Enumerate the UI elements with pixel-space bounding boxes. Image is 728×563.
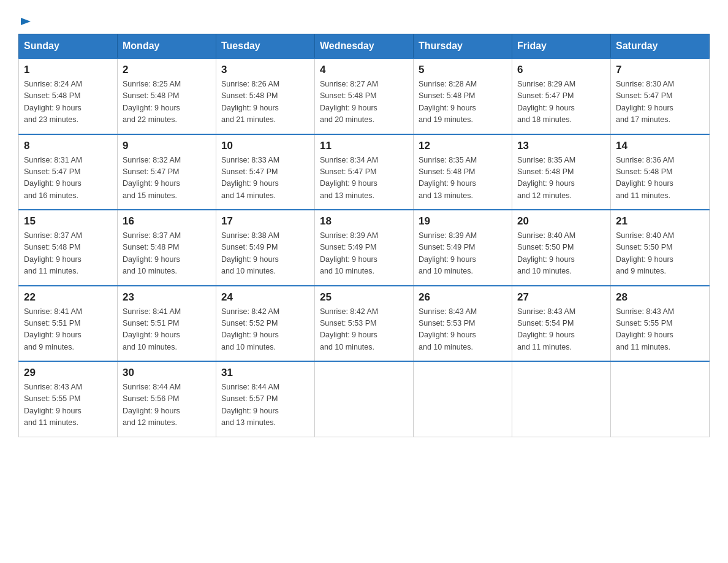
day-info: Sunrise: 8:39 AMSunset: 5:49 PMDaylight:… [320,230,408,278]
day-number: 18 [320,215,408,228]
day-info: Sunrise: 8:25 AMSunset: 5:48 PMDaylight:… [123,79,211,126]
day-number: 20 [517,215,605,228]
day-info: Sunrise: 8:43 AMSunset: 5:55 PMDaylight:… [24,381,112,429]
day-info: Sunrise: 8:37 AMSunset: 5:48 PMDaylight:… [123,230,211,278]
calendar-cell: 29Sunrise: 8:43 AMSunset: 5:55 PMDayligh… [19,361,118,437]
calendar-week-3: 15Sunrise: 8:37 AMSunset: 5:48 PMDayligh… [19,210,710,286]
calendar-cell: 25Sunrise: 8:42 AMSunset: 5:53 PMDayligh… [315,286,414,362]
day-number: 31 [221,367,309,379]
calendar-cell: 19Sunrise: 8:39 AMSunset: 5:49 PMDayligh… [414,210,512,286]
calendar-cell: 28Sunrise: 8:43 AMSunset: 5:55 PMDayligh… [611,286,710,362]
logo-arrow-icon [20,15,32,28]
calendar-cell: 6Sunrise: 8:29 AMSunset: 5:47 PMDaylight… [512,58,611,134]
calendar-cell: 9Sunrise: 8:32 AMSunset: 5:47 PMDaylight… [118,134,216,210]
day-number: 24 [221,291,309,304]
calendar-cell: 27Sunrise: 8:43 AMSunset: 5:54 PMDayligh… [512,286,611,362]
day-number: 1 [24,64,112,76]
col-header-saturday: Saturday [611,34,710,59]
day-info: Sunrise: 8:36 AMSunset: 5:48 PMDaylight:… [616,155,704,202]
calendar-cell: 21Sunrise: 8:40 AMSunset: 5:50 PMDayligh… [611,210,710,286]
day-info: Sunrise: 8:26 AMSunset: 5:48 PMDaylight:… [221,79,309,126]
calendar-cell: 4Sunrise: 8:27 AMSunset: 5:48 PMDaylight… [315,58,414,134]
calendar-cell: 5Sunrise: 8:28 AMSunset: 5:48 PMDaylight… [414,58,512,134]
day-number: 26 [419,291,507,304]
day-info: Sunrise: 8:35 AMSunset: 5:48 PMDaylight:… [419,155,507,202]
calendar-header-row: SundayMondayTuesdayWednesdayThursdayFrid… [19,34,710,59]
calendar-week-4: 22Sunrise: 8:41 AMSunset: 5:51 PMDayligh… [19,286,710,362]
svg-marker-0 [21,18,31,25]
calendar-body: 1Sunrise: 8:24 AMSunset: 5:48 PMDaylight… [19,58,710,437]
page-header [18,12,710,28]
day-number: 12 [419,140,507,152]
calendar-cell [315,361,414,437]
calendar-table: SundayMondayTuesdayWednesdayThursdayFrid… [18,34,710,437]
day-info: Sunrise: 8:28 AMSunset: 5:48 PMDaylight:… [419,79,507,126]
day-info: Sunrise: 8:40 AMSunset: 5:50 PMDaylight:… [517,230,605,278]
day-number: 2 [123,64,211,76]
day-number: 30 [123,367,211,379]
calendar-cell: 23Sunrise: 8:41 AMSunset: 5:51 PMDayligh… [118,286,216,362]
day-number: 6 [517,64,605,76]
day-number: 28 [616,291,704,304]
calendar-cell: 10Sunrise: 8:33 AMSunset: 5:47 PMDayligh… [216,134,315,210]
day-number: 7 [616,64,704,76]
day-number: 16 [123,215,211,228]
day-number: 27 [517,291,605,304]
calendar-cell: 1Sunrise: 8:24 AMSunset: 5:48 PMDaylight… [19,58,118,134]
calendar-cell: 3Sunrise: 8:26 AMSunset: 5:48 PMDaylight… [216,58,315,134]
day-info: Sunrise: 8:40 AMSunset: 5:50 PMDaylight:… [616,230,704,278]
col-header-thursday: Thursday [414,34,512,59]
calendar-cell: 12Sunrise: 8:35 AMSunset: 5:48 PMDayligh… [414,134,512,210]
calendar-cell: 16Sunrise: 8:37 AMSunset: 5:48 PMDayligh… [118,210,216,286]
day-number: 13 [517,140,605,152]
day-number: 15 [24,215,112,228]
calendar-cell: 8Sunrise: 8:31 AMSunset: 5:47 PMDaylight… [19,134,118,210]
day-info: Sunrise: 8:27 AMSunset: 5:48 PMDaylight:… [320,79,408,126]
day-number: 29 [24,367,112,379]
day-info: Sunrise: 8:44 AMSunset: 5:56 PMDaylight:… [123,381,211,429]
day-number: 25 [320,291,408,304]
day-number: 10 [221,140,309,152]
calendar-cell: 17Sunrise: 8:38 AMSunset: 5:49 PMDayligh… [216,210,315,286]
day-number: 23 [123,291,211,304]
day-info: Sunrise: 8:30 AMSunset: 5:47 PMDaylight:… [616,79,704,126]
day-number: 9 [123,140,211,152]
day-info: Sunrise: 8:37 AMSunset: 5:48 PMDaylight:… [24,230,112,278]
col-header-tuesday: Tuesday [216,34,315,59]
day-number: 17 [221,215,309,228]
calendar-cell: 22Sunrise: 8:41 AMSunset: 5:51 PMDayligh… [19,286,118,362]
calendar-cell: 31Sunrise: 8:44 AMSunset: 5:57 PMDayligh… [216,361,315,437]
day-info: Sunrise: 8:41 AMSunset: 5:51 PMDaylight:… [24,306,112,354]
calendar-cell: 7Sunrise: 8:30 AMSunset: 5:47 PMDaylight… [611,58,710,134]
day-info: Sunrise: 8:43 AMSunset: 5:54 PMDaylight:… [517,306,605,354]
logo [18,15,32,28]
day-info: Sunrise: 8:33 AMSunset: 5:47 PMDaylight:… [221,155,309,202]
day-info: Sunrise: 8:42 AMSunset: 5:53 PMDaylight:… [320,306,408,354]
day-info: Sunrise: 8:31 AMSunset: 5:47 PMDaylight:… [24,155,112,202]
day-info: Sunrise: 8:43 AMSunset: 5:55 PMDaylight:… [616,306,704,354]
calendar-cell: 15Sunrise: 8:37 AMSunset: 5:48 PMDayligh… [19,210,118,286]
day-info: Sunrise: 8:29 AMSunset: 5:47 PMDaylight:… [517,79,605,126]
day-number: 11 [320,140,408,152]
calendar-cell: 26Sunrise: 8:43 AMSunset: 5:53 PMDayligh… [414,286,512,362]
col-header-sunday: Sunday [19,34,118,59]
col-header-wednesday: Wednesday [315,34,414,59]
calendar-cell [611,361,710,437]
calendar-cell: 18Sunrise: 8:39 AMSunset: 5:49 PMDayligh… [315,210,414,286]
day-info: Sunrise: 8:38 AMSunset: 5:49 PMDaylight:… [221,230,309,278]
col-header-friday: Friday [512,34,611,59]
day-info: Sunrise: 8:34 AMSunset: 5:47 PMDaylight:… [320,155,408,202]
calendar-cell [414,361,512,437]
calendar-cell: 20Sunrise: 8:40 AMSunset: 5:50 PMDayligh… [512,210,611,286]
calendar-cell [512,361,611,437]
day-number: 14 [616,140,704,152]
day-info: Sunrise: 8:43 AMSunset: 5:53 PMDaylight:… [419,306,507,354]
day-number: 8 [24,140,112,152]
calendar-cell: 30Sunrise: 8:44 AMSunset: 5:56 PMDayligh… [118,361,216,437]
calendar-week-5: 29Sunrise: 8:43 AMSunset: 5:55 PMDayligh… [19,361,710,437]
col-header-monday: Monday [118,34,216,59]
day-number: 19 [419,215,507,228]
day-info: Sunrise: 8:32 AMSunset: 5:47 PMDaylight:… [123,155,211,202]
calendar-cell: 14Sunrise: 8:36 AMSunset: 5:48 PMDayligh… [611,134,710,210]
day-number: 5 [419,64,507,76]
